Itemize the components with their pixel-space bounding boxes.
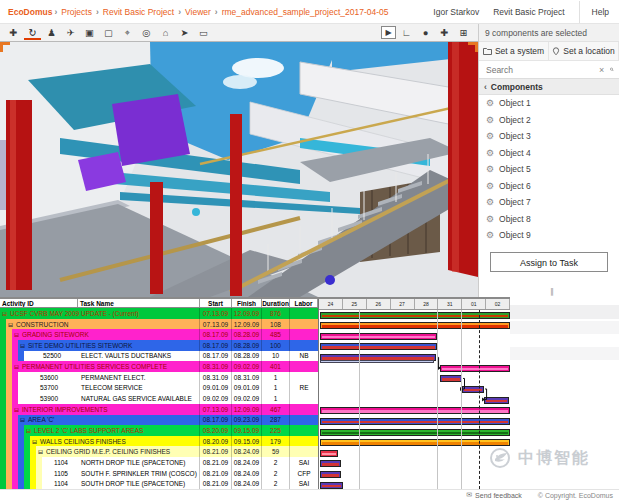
schedule-row[interactable]: ⊟WALLS CEILINGS FINISHES08.20.0909.15.09… <box>0 436 318 447</box>
schedule-row[interactable]: ⊟CEILING GRID M.E.P. CEILING FINISHES08.… <box>0 446 318 457</box>
breadcrumb-link[interactable]: Projects <box>61 7 92 17</box>
project-menu[interactable]: Revit Basic Project <box>493 7 564 17</box>
timeline-tick: 25 <box>343 299 367 309</box>
task-cell: ⊟WALLS CEILINGS FINISHES <box>30 436 200 447</box>
task-cell: ⊟AREA 'C' <box>18 415 200 426</box>
duration-cell: 108 <box>262 319 290 330</box>
select-icon[interactable]: ➤ <box>176 25 193 40</box>
fly-icon[interactable]: ✈ <box>62 25 79 40</box>
back-chevron-icon[interactable]: ‹ <box>484 82 487 92</box>
gantt-row <box>319 384 510 395</box>
schedule-row[interactable]: 53900NATURAL GAS SERVICE AVAILABLE09.02.… <box>0 393 318 404</box>
home-icon[interactable]: ⌂ <box>157 25 174 40</box>
render-quality-icon[interactable]: ● <box>417 25 434 40</box>
activity-id: 53600 <box>19 374 79 381</box>
component-item[interactable]: ⚙Object 6 <box>479 178 619 195</box>
gantt-row <box>319 406 510 417</box>
schedule-row[interactable]: 53600PERMANENT ELECT.08.31.0908.31.091 <box>0 372 318 383</box>
pan-icon[interactable]: ✚ <box>5 25 22 40</box>
window-layout-icon[interactable]: ⊞ <box>455 25 472 40</box>
schedule-row[interactable]: ⊟SITE DEMO UTILITIES SITEWORK08.17.0908.… <box>0 340 318 351</box>
component-item[interactable]: ⚙Object 2 <box>479 112 619 129</box>
placeholder-block <box>510 321 619 334</box>
component-cube-icon: ⚙ <box>486 98 494 108</box>
measure-icon[interactable]: ▭ <box>195 25 212 40</box>
gantt-chart[interactable]: 2425262728310102 <box>318 299 510 489</box>
component-item[interactable]: ⚙Object 9 <box>479 227 619 244</box>
schedule-row[interactable]: ⊟INTERIOR IMPROVEMENTS07.13.0912.09.0946… <box>0 404 318 415</box>
gantt-gridline <box>359 310 360 489</box>
schedule-row[interactable]: ⊟LEVEL 2 'C' LABS SUPPORT AREAS08.20.090… <box>0 425 318 436</box>
component-item[interactable]: ⚙Object 1 <box>479 95 619 112</box>
labor-cell <box>290 393 318 404</box>
breadcrumb-link[interactable]: Viewer <box>185 7 211 17</box>
collapse-icon[interactable]: ⊟ <box>38 448 43 455</box>
collapse-icon[interactable]: ⊟ <box>14 363 19 370</box>
search-input[interactable] <box>484 64 599 76</box>
section-box-icon[interactable]: ▣ <box>81 25 98 40</box>
schedule-row[interactable]: ⊟GRADING SITEWORK08.17.0908.28.09485 <box>0 329 318 340</box>
finish-cell: 08.31.09 <box>232 372 262 383</box>
task-name: ELECT. VAULTS DUCTBANKS <box>79 352 171 359</box>
task-name: INTERIOR IMPROVEMENTS <box>20 406 108 413</box>
component-item[interactable]: ⚙Object 8 <box>479 211 619 228</box>
schedule-row[interactable]: 53700TELECOM SERVICE09.01.0909.01.091RE <box>0 383 318 394</box>
gantt-row <box>319 416 510 427</box>
breadcrumb-link[interactable]: rme_advanced_sample_project_2017-04-05 <box>222 7 389 17</box>
timeline-tick: 27 <box>391 299 415 309</box>
column-header: Task Name <box>78 299 200 307</box>
gantt-bar <box>320 333 437 340</box>
walk-icon[interactable]: ♟ <box>43 25 60 40</box>
schedule-row[interactable]: ⊟CONSTRUCTION07.13.0912.09.09108 <box>0 319 318 330</box>
splitter-handle[interactable]: ∥ <box>550 287 554 296</box>
search-icon[interactable] <box>610 65 614 74</box>
viewport-3d[interactable] <box>0 42 478 297</box>
duration-cell: 1 <box>262 372 290 383</box>
schedule-row[interactable]: ⊟PERMANENT UTILITIES SERVICES COMPLETE08… <box>0 361 318 372</box>
component-item[interactable]: ⚙Object 3 <box>479 128 619 145</box>
clear-search-icon[interactable]: × <box>599 65 604 75</box>
schedule-section: Activity IDTask NameStartFinishDurationL… <box>0 297 510 489</box>
schedule-row[interactable]: 1104NORTH DROP TILE (SPACETONE)08.21.090… <box>0 457 318 468</box>
set-system-button[interactable]: Set a system <box>479 42 549 60</box>
assign-to-task-button[interactable]: Assign to Task <box>490 252 608 272</box>
collapse-icon[interactable]: ⊟ <box>14 331 19 338</box>
component-item[interactable]: ⚙Object 4 <box>479 145 619 162</box>
component-item[interactable]: ⚙Object 5 <box>479 161 619 178</box>
duration-cell: 287 <box>262 415 290 426</box>
finish-cell: 12.09.09 <box>232 319 262 330</box>
breadcrumb-link[interactable]: Revit Basic Project <box>103 7 174 17</box>
gantt-view-icon[interactable]: ∟ <box>398 25 415 40</box>
collapse-icon[interactable]: ⊟ <box>32 438 37 445</box>
start-cell: 08.17.09 <box>200 351 232 362</box>
collapse-icon[interactable]: ⊟ <box>20 416 25 423</box>
collapse-icon[interactable]: ⊟ <box>2 310 7 317</box>
send-feedback-link[interactable]: ✉ Send feedback <box>466 491 522 499</box>
gantt-bar <box>320 322 510 329</box>
schedule-row[interactable]: 1104SOUTH DROP TILE (SPACETONE)08.21.090… <box>0 478 318 489</box>
set-location-button[interactable]: Set a location <box>549 42 619 60</box>
schedule-row[interactable]: ⊟UCSF CVRB MAY 2009 UPDATE - (Current)07… <box>0 308 318 319</box>
collapse-icon[interactable]: ⊟ <box>20 342 25 349</box>
look-around-icon[interactable]: ◎ <box>138 25 155 40</box>
component-label: Object 1 <box>499 98 531 108</box>
focus-icon[interactable]: ⌖ <box>119 25 136 40</box>
schedule-row[interactable]: ⊟AREA 'C'08.17.0909.23.09287 <box>0 415 318 426</box>
collapse-icon[interactable]: ⊟ <box>26 427 31 434</box>
zoom-window-icon[interactable]: ▢ <box>100 25 117 40</box>
component-item[interactable]: ⚙Object 7 <box>479 194 619 211</box>
labor-cell: NB <box>290 351 318 362</box>
schedule-row[interactable]: 1105SOUTH F. SPRINKLER TRIM (COSCO)08.21… <box>0 468 318 479</box>
user-menu[interactable]: Igor Starkov <box>433 7 479 17</box>
schedule-row[interactable]: 52500ELECT. VAULTS DUCTBANKS08.17.0908.2… <box>0 351 318 362</box>
brand-link[interactable]: EcoDomus <box>8 7 52 17</box>
gantt-bar <box>320 482 343 489</box>
collapse-icon[interactable]: ⊟ <box>14 406 19 413</box>
move-icon[interactable]: ✚ <box>436 25 453 40</box>
help-link[interactable]: Help <box>579 1 609 23</box>
activity-id: 1105 <box>43 470 79 477</box>
orbit-icon[interactable]: ↻ <box>24 25 41 40</box>
gantt-bar <box>320 343 437 350</box>
play-walkthrough-icon[interactable]: ▶ <box>381 26 396 39</box>
collapse-icon[interactable]: ⊟ <box>8 321 13 328</box>
